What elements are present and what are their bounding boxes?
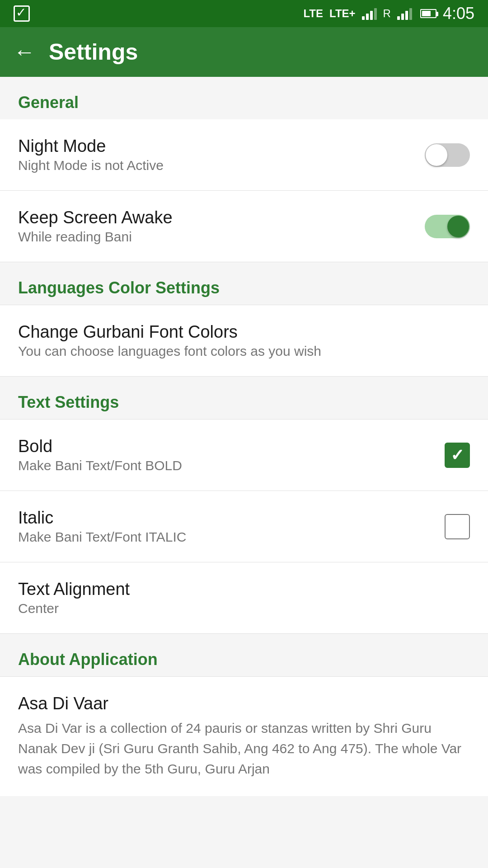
setting-bold[interactable]: Bold Make Bani Text/Font BOLD [0,419,488,491]
bold-title: Bold [18,437,182,456]
r-indicator: R [383,7,391,20]
gurbani-font-colors-title: Change Gurbani Font Colors [18,322,321,342]
status-bar-right: LTE LTE+ R 4:05 [303,4,474,23]
top-app-bar: ← Settings [0,27,488,77]
text-alignment-title: Text Alignment [18,580,130,599]
setting-text-alignment[interactable]: Text Alignment Center [0,562,488,634]
bold-desc: Make Bani Text/Font BOLD [18,458,182,473]
setting-keep-screen-awake[interactable]: Keep Screen Awake While reading Bani [0,191,488,262]
keep-screen-awake-knob [447,216,469,237]
page-title: Settings [49,39,138,65]
setting-change-gurbani-font-colors[interactable]: Change Gurbani Font Colors You can choos… [0,305,488,377]
gurbani-font-colors-text: Change Gurbani Font Colors You can choos… [18,322,321,359]
section-header-about-application: About Application [0,634,488,676]
italic-text: Italic Make Bani Text/Font ITALIC [18,508,186,545]
status-time: 4:05 [443,4,474,23]
bold-checkbox[interactable] [445,443,470,468]
night-mode-toggle[interactable] [425,143,470,167]
status-bar-left [14,5,30,22]
battery-icon [420,9,436,18]
settings-content: General Night Mode Night Mode is not Act… [0,77,488,796]
keep-screen-awake-title: Keep Screen Awake [18,208,173,227]
notification-icon [14,5,30,22]
section-header-languages-color: Languages Color Settings [0,262,488,305]
section-header-general: General [0,77,488,119]
asa-di-vaar-title: Asa Di Vaar [18,694,470,713]
text-alignment-text: Text Alignment Center [18,580,130,616]
signal-bars-icon [362,7,377,20]
lte-icon: LTE [303,7,323,20]
night-mode-text: Night Mode Night Mode is not Active [18,137,164,173]
italic-title: Italic [18,508,186,528]
setting-italic[interactable]: Italic Make Bani Text/Font ITALIC [0,491,488,562]
keep-screen-awake-toggle[interactable] [425,215,470,238]
signal-bars-2-icon [397,7,412,20]
gurbani-font-colors-desc: You can choose languages font colors as … [18,344,321,359]
text-alignment-desc: Center [18,601,130,616]
italic-checkbox[interactable] [445,514,470,539]
night-mode-desc: Night Mode is not Active [18,158,164,173]
section-header-text-settings: Text Settings [0,377,488,419]
italic-desc: Make Bani Text/Font ITALIC [18,529,186,545]
bold-text: Bold Make Bani Text/Font BOLD [18,437,182,473]
lte-plus-icon: LTE+ [329,7,356,20]
about-asa-di-vaar[interactable]: Asa Di Vaar Asa Di Var is a collection o… [0,676,488,796]
keep-screen-awake-desc: While reading Bani [18,229,173,245]
asa-di-vaar-desc: Asa Di Var is a collection of 24 pauris … [18,718,470,779]
setting-night-mode[interactable]: Night Mode Night Mode is not Active [0,119,488,191]
keep-screen-awake-text: Keep Screen Awake While reading Bani [18,208,173,245]
night-mode-title: Night Mode [18,137,164,156]
status-bar: LTE LTE+ R 4:05 [0,0,488,27]
night-mode-knob [426,144,447,166]
back-button[interactable]: ← [14,41,35,63]
